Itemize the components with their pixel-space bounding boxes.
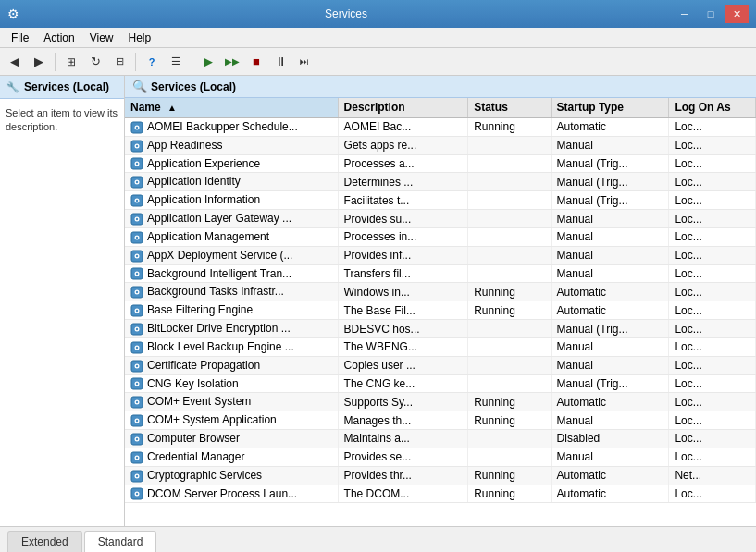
table-row[interactable]: Computer BrowserMaintains a...DisabledLo… [125,430,756,448]
title-bar: ⚙ Services ─ □ ✕ [0,0,756,28]
service-name-cell: COM+ System Application [125,411,338,430]
svg-point-2 [136,127,138,129]
svg-point-17 [136,218,138,220]
services-local-nav-item[interactable]: 🔧 Services (Local) [0,76,124,99]
service-description-cell: Gets apps re... [338,136,468,154]
service-description-cell: Facilitates t... [338,191,468,210]
table-row[interactable]: CNG Key IsolationThe CNG ke...Manual (Tr… [125,374,756,393]
service-icon [130,213,143,226]
table-row[interactable]: COM+ System ApplicationManages th...Runn… [125,411,756,430]
service-description-cell: Copies user ... [338,356,468,374]
column-header-name[interactable]: Name ▲ [125,98,338,117]
column-header-description[interactable]: Description [338,98,468,117]
app-icon: ⚙ [7,6,19,21]
services-table-container[interactable]: Name ▲ Description Status Startup Type [125,98,756,526]
menu-action[interactable]: Action [36,30,81,46]
table-row[interactable]: COM+ Event SystemSupports Sy...RunningAu… [125,393,756,411]
service-name-cell: Computer Browser [125,430,338,448]
resume-service-button[interactable]: ⏭ [293,51,316,73]
services-folder-icon: 🔧 [6,80,20,94]
table-header-row: Name ▲ Description Status Startup Type [125,98,756,117]
show-hide-console-button[interactable]: ⊞ [60,51,82,73]
service-icon [130,250,143,263]
service-icon [130,341,143,354]
svg-point-5 [136,144,138,146]
left-panel: 🔧 Services (Local) Select an item to vie… [0,76,125,526]
service-icon [130,360,143,373]
properties-button[interactable]: ☰ [165,51,187,73]
start-service-button[interactable]: ▶ [197,51,219,73]
service-icon [130,121,143,134]
table-row[interactable]: DCOM Server Process Laun...The DCOM...Ru… [125,485,756,503]
service-icon [130,433,143,446]
table-row[interactable]: Application IdentityDetermines ...Manual… [125,173,756,191]
service-startup-type-cell: Manual [551,136,669,154]
service-startup-type-cell: Manual [551,356,669,374]
table-row[interactable]: App ReadinessGets apps re...ManualLoc... [125,136,756,154]
column-header-startup-type[interactable]: Startup Type [551,98,669,117]
service-logon-cell: Loc... [669,136,756,154]
pause-service-button[interactable]: ⏸ [269,51,291,73]
service-status-cell [468,356,551,374]
service-logon-cell: Loc... [669,430,756,448]
table-row[interactable]: Application ManagementProcesses in...Man… [125,227,756,246]
service-status-cell: Running [468,301,551,320]
minimize-button[interactable]: ─ [673,5,697,23]
service-name-cell: Application Layer Gateway ... [125,210,338,228]
svg-point-14 [136,200,138,202]
service-icon [130,140,143,153]
service-logon-cell: Loc... [669,374,756,393]
help-button[interactable]: ? [141,51,163,73]
service-status-cell: Running [468,466,551,485]
table-row[interactable]: Block Level Backup Engine ...The WBENG..… [125,337,756,356]
menu-file[interactable]: File [4,30,36,46]
table-row[interactable]: BitLocker Drive Encryption ...BDESVC hos… [125,320,756,338]
back-button[interactable]: ◀ [4,51,26,73]
table-row[interactable]: Cryptographic ServicesProvides thr...Run… [125,466,756,485]
service-status-cell: Running [468,411,551,430]
toolbar: ◀ ▶ ⊞ ↻ ⊟ ? ☰ ▶ ▶▶ ■ ⏸ ⏭ [0,48,756,76]
table-row[interactable]: Background Tasks Infrastr...Windows in..… [125,283,756,301]
service-status-cell [468,430,551,448]
column-header-logon[interactable]: Log On As [669,98,756,117]
maximize-button[interactable]: □ [699,5,723,23]
export-button[interactable]: ⊟ [108,51,130,73]
tab-extended[interactable]: Extended [7,531,82,552]
table-row[interactable]: Background Intelligent Tran...Transfers … [125,264,756,283]
service-icon [130,176,143,189]
service-name-cell: DCOM Server Process Laun... [125,485,338,503]
service-description-cell: Processes a... [338,154,468,173]
table-row[interactable]: AOMEI Backupper Schedule...AOMEI Bac...R… [125,117,756,136]
menu-bar: File Action View Help [0,28,756,48]
service-name-cell: Application Experience [125,154,338,173]
service-name-cell: Application Management [125,227,338,246]
start-all-button[interactable]: ▶▶ [221,51,243,73]
service-icon [130,396,143,409]
menu-help[interactable]: Help [121,30,159,46]
service-startup-type-cell: Automatic [551,117,669,136]
bottom-tabs: Extended Standard [0,526,756,552]
menu-view[interactable]: View [82,30,121,46]
service-startup-type-cell: Disabled [551,430,669,448]
service-name-cell: Base Filtering Engine [125,301,338,320]
table-row[interactable]: Certificate PropagationCopies user ...Ma… [125,356,756,374]
table-row[interactable]: Application ExperienceProcesses a...Manu… [125,154,756,173]
service-description-cell: The CNG ke... [338,374,468,393]
service-description-cell: Maintains a... [338,430,468,448]
tab-standard[interactable]: Standard [84,531,157,552]
service-logon-cell: Loc... [669,337,756,356]
service-startup-type-cell: Manual [551,227,669,246]
table-row[interactable]: AppX Deployment Service (...Provides inf… [125,246,756,264]
table-row[interactable]: Credential ManagerProvides se...ManualLo… [125,448,756,466]
left-panel-description: Select an item to view its description. [0,99,124,142]
table-row[interactable]: Application Layer Gateway ...Provides su… [125,210,756,228]
table-row[interactable]: Base Filtering EngineThe Base Fil...Runn… [125,301,756,320]
table-row[interactable]: Application InformationFacilitates t...M… [125,191,756,210]
close-button[interactable]: ✕ [725,5,749,23]
refresh-button[interactable]: ↻ [84,51,106,73]
service-status-cell [468,191,551,210]
service-status-cell [468,337,551,356]
stop-service-button[interactable]: ■ [245,51,267,73]
forward-button[interactable]: ▶ [28,51,50,73]
column-header-status[interactable]: Status [468,98,551,117]
